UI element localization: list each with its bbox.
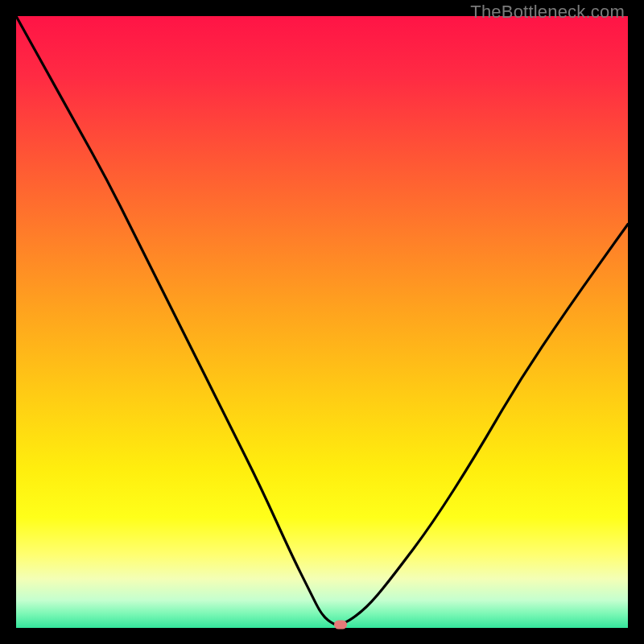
bottleneck-curve	[16, 16, 628, 628]
optimal-point-marker	[334, 621, 347, 630]
plot-frame	[16, 16, 628, 628]
watermark-text: TheBottleneck.com	[470, 2, 625, 23]
